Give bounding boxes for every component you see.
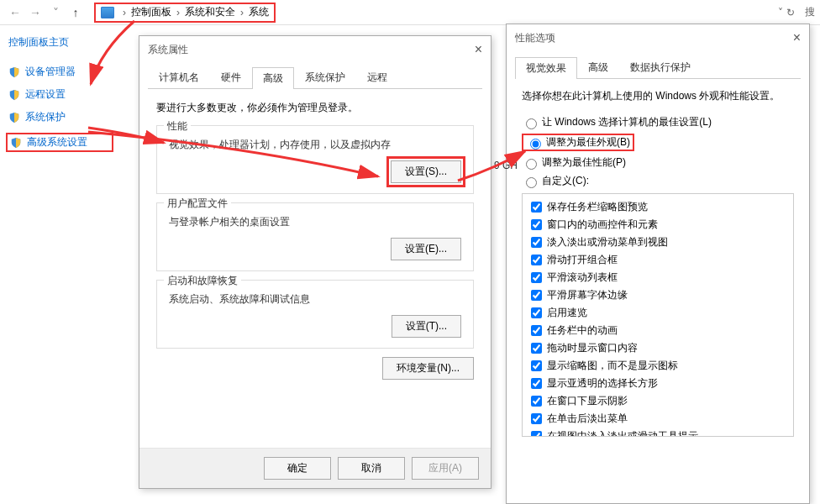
sidebar-system-protection[interactable]: 系统保护 — [8, 110, 113, 124]
visual-effect-item[interactable]: 保存任务栏缩略图预览 — [528, 199, 788, 215]
checkbox-input[interactable] — [531, 307, 542, 318]
checkbox-input[interactable] — [531, 290, 542, 301]
environment-variables-button[interactable]: 环境变量(N)... — [382, 357, 474, 380]
close-icon[interactable]: × — [475, 42, 482, 57]
admin-note: 要进行大多数更改，你必须作为管理员登录。 — [156, 101, 474, 115]
address-dropdown-icon[interactable]: ˅ — [778, 7, 783, 18]
checkbox-input[interactable] — [531, 396, 542, 407]
breadcrumb-item[interactable]: 系统和安全 — [185, 5, 235, 19]
shield-icon — [8, 89, 20, 101]
cancel-button[interactable]: 取消 — [338, 457, 405, 480]
breadcrumb-item[interactable]: 控制面板 — [131, 5, 171, 19]
perf-radio-option[interactable]: 调整为最佳性能(P) — [522, 155, 794, 170]
checkbox-label: 窗口内的动画控件和元素 — [547, 218, 658, 232]
checkbox-label: 显示亚透明的选择长方形 — [547, 376, 658, 391]
checkbox-label: 在窗口下显示阴影 — [547, 394, 628, 408]
group-title: 性能 — [164, 119, 191, 134]
visual-effect-item[interactable]: 在单击后淡出菜单 — [528, 411, 788, 427]
shield-icon — [8, 112, 20, 123]
checkbox-input[interactable] — [531, 343, 542, 354]
perf-prompt: 选择你想在此计算机上使用的 Windows 外观和性能设置。 — [522, 89, 794, 103]
perf-radio-option[interactable]: 让 Windows 选择计算机的最佳设置(L) — [522, 115, 794, 129]
group-desc: 与登录帐户相关的桌面设置 — [169, 215, 461, 229]
radio-label: 让 Windows 选择计算机的最佳设置(L) — [542, 115, 712, 129]
sidebar-remote-settings[interactable]: 远程设置 — [8, 87, 113, 102]
checkbox-input[interactable] — [531, 219, 542, 230]
ok-button[interactable]: 确定 — [264, 457, 331, 480]
tab-dep[interactable]: 数据执行保护 — [619, 56, 702, 78]
forward-button[interactable]: → — [25, 3, 45, 23]
visual-effect-item[interactable]: 淡入淡出或滑动菜单到视图 — [528, 234, 788, 250]
checkbox-input[interactable] — [531, 431, 542, 437]
tab-visual-effects[interactable]: 视觉效果 — [515, 57, 577, 79]
radio-input[interactable] — [526, 177, 537, 188]
breadcrumb-highlight: › 控制面板 › 系统和安全 › 系统 — [94, 3, 276, 23]
group-desc: 视觉效果，处理器计划，内存使用，以及虚拟内存 — [169, 138, 461, 152]
breadcrumb-item[interactable]: 系统 — [249, 5, 269, 19]
perf-radio-option[interactable]: 自定义(C): — [522, 174, 794, 188]
back-button[interactable]: ← — [5, 3, 25, 23]
control-panel-sidebar: 控制面板主页 设备管理器 远程设置 系统保护 高级系统设置 — [0, 25, 122, 171]
tab-system-protection[interactable]: 系统保护 — [294, 66, 356, 88]
checkbox-input[interactable] — [531, 202, 542, 213]
checkbox-label: 滑动打开组合框 — [547, 253, 618, 267]
checkbox-label: 在视图中淡入淡出或滑动工具提示 — [547, 429, 698, 437]
visual-effect-item[interactable]: 显示亚透明的选择长方形 — [528, 375, 788, 391]
sidebar-home-label: 控制面板主页 — [8, 35, 69, 50]
checkbox-input[interactable] — [531, 325, 542, 336]
search-placeholder[interactable]: 搜 — [805, 5, 815, 19]
tab-hardware[interactable]: 硬件 — [210, 66, 252, 88]
visual-effect-item[interactable]: 拖动时显示窗口内容 — [528, 340, 788, 356]
control-panel-home-link[interactable]: 控制面板主页 — [8, 35, 113, 50]
close-icon[interactable]: × — [793, 30, 801, 45]
apply-button[interactable]: 应用(A) — [412, 457, 479, 480]
performance-group: 性能 视觉效果，处理器计划，内存使用，以及虚拟内存 设置(S)... — [156, 125, 474, 194]
visual-effect-item[interactable]: 平滑屏幕字体边缘 — [528, 287, 788, 303]
performance-settings-button[interactable]: 设置(S)... — [391, 160, 461, 183]
group-desc: 系统启动、系统故障和调试信息 — [169, 292, 461, 307]
checkbox-label: 保存任务栏缩略图预览 — [547, 200, 648, 214]
checkbox-input[interactable] — [531, 360, 542, 371]
checkbox-label: 平滑屏幕字体边缘 — [547, 288, 628, 302]
sidebar-advanced-system-settings[interactable]: 高级系统设置 — [6, 133, 113, 152]
checkbox-input[interactable] — [531, 272, 542, 283]
visual-effects-list[interactable]: 保存任务栏缩略图预览窗口内的动画控件和元素淡入淡出或滑动菜单到视图滑动打开组合框… — [522, 193, 794, 437]
sysprops-tabs: 计算机名 硬件 高级 系统保护 远程 — [148, 63, 482, 89]
tab-advanced[interactable]: 高级 — [252, 67, 294, 89]
address-bar[interactable]: › 控制面板 › 系统和安全 › 系统 — [91, 3, 773, 23]
visual-effect-item[interactable]: 在窗口下显示阴影 — [528, 393, 788, 409]
tab-advanced[interactable]: 高级 — [577, 56, 619, 78]
checkbox-input[interactable] — [531, 237, 542, 248]
visual-effect-item[interactable]: 任务栏中的动画 — [528, 323, 788, 339]
checkbox-label: 在单击后淡出菜单 — [547, 412, 628, 426]
radio-input[interactable] — [526, 159, 537, 170]
radio-input[interactable] — [530, 139, 541, 150]
computer-icon — [101, 7, 114, 18]
checkbox-input[interactable] — [531, 255, 542, 265]
up-button[interactable]: ↑ — [66, 3, 86, 23]
visual-effect-item[interactable]: 在视图中淡入淡出或滑动工具提示 — [528, 428, 788, 437]
perf-radio-option[interactable]: 调整为最佳外观(B) — [522, 134, 794, 151]
sidebar-device-manager[interactable]: 设备管理器 — [8, 65, 113, 79]
refresh-icon[interactable]: ↻ — [786, 7, 795, 18]
dialog-button-row: 确定 取消 应用(A) — [139, 448, 491, 488]
visual-effect-item[interactable]: 滑动打开组合框 — [528, 252, 788, 268]
visual-effect-item[interactable]: 平滑滚动列表框 — [528, 270, 788, 286]
startup-settings-button[interactable]: 设置(T)... — [392, 315, 461, 338]
recent-dropdown[interactable]: ˅ — [45, 3, 66, 23]
checkbox-input[interactable] — [531, 378, 542, 389]
visual-effect-item[interactable]: 启用速览 — [528, 305, 788, 321]
visual-effect-item[interactable]: 窗口内的动画控件和元素 — [528, 217, 788, 233]
startup-group: 启动和故障恢复 系统启动、系统故障和调试信息 设置(T)... — [156, 280, 474, 349]
ghz-fragment: 9 GH — [494, 160, 518, 171]
checkbox-label: 平滑滚动列表框 — [547, 270, 618, 285]
tab-computer-name[interactable]: 计算机名 — [148, 66, 210, 88]
radio-label: 自定义(C): — [542, 174, 589, 188]
visual-effect-item[interactable]: 显示缩略图，而不是显示图标 — [528, 358, 788, 374]
radio-label: 调整为最佳外观(B) — [546, 135, 630, 150]
tab-remote[interactable]: 远程 — [356, 66, 398, 88]
checkbox-input[interactable] — [531, 413, 542, 424]
group-title: 启动和故障恢复 — [164, 274, 241, 288]
radio-input[interactable] — [526, 118, 537, 129]
userprofiles-settings-button[interactable]: 设置(E)... — [391, 238, 461, 260]
